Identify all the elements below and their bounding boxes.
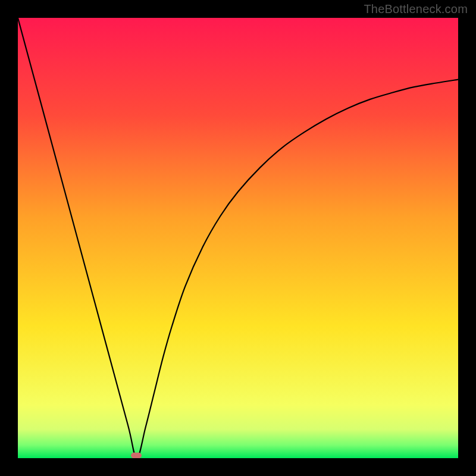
watermark-text: TheBottleneck.com [364, 2, 468, 16]
marker-group [131, 453, 142, 458]
gradient-background [18, 18, 458, 458]
plot-area [18, 18, 458, 458]
chart-frame: TheBottleneck.com [0, 0, 476, 476]
chart-svg [18, 18, 458, 458]
